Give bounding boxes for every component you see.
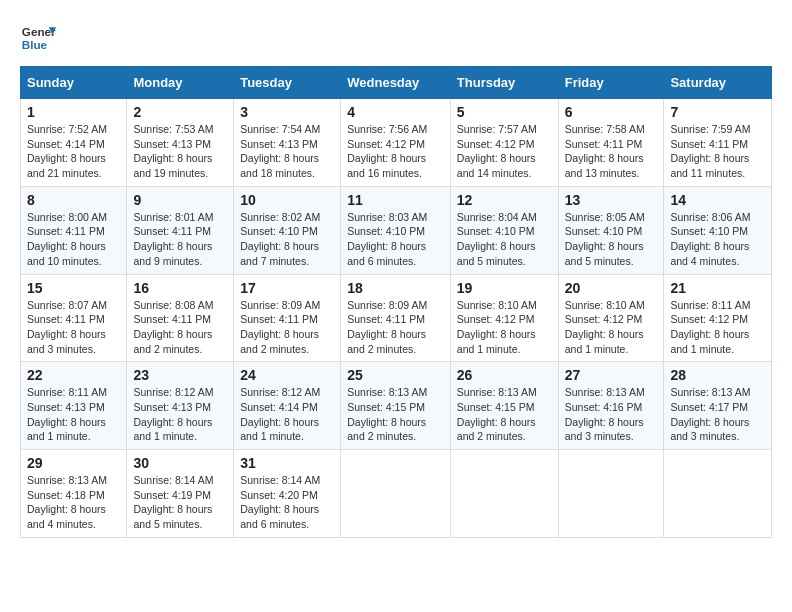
cell-content: Sunrise: 8:14 AMSunset: 4:20 PMDaylight:… [240,474,320,530]
cell-content: Sunrise: 8:13 AMSunset: 4:15 PMDaylight:… [457,386,537,442]
day-number: 2 [133,104,227,120]
cell-content: Sunrise: 7:52 AMSunset: 4:14 PMDaylight:… [27,123,107,179]
cell-content: Sunrise: 8:13 AMSunset: 4:15 PMDaylight:… [347,386,427,442]
day-number: 15 [27,280,120,296]
logo-icon: General Blue [20,20,56,56]
cell-content: Sunrise: 8:13 AMSunset: 4:16 PMDaylight:… [565,386,645,442]
column-header-friday: Friday [558,67,664,99]
cell-content: Sunrise: 8:08 AMSunset: 4:11 PMDaylight:… [133,299,213,355]
column-header-tuesday: Tuesday [234,67,341,99]
calendar-cell: 13 Sunrise: 8:05 AMSunset: 4:10 PMDaylig… [558,186,664,274]
cell-content: Sunrise: 8:01 AMSunset: 4:11 PMDaylight:… [133,211,213,267]
cell-content: Sunrise: 8:04 AMSunset: 4:10 PMDaylight:… [457,211,537,267]
page-header: General Blue [20,20,772,56]
cell-content: Sunrise: 7:57 AMSunset: 4:12 PMDaylight:… [457,123,537,179]
calendar-cell: 11 Sunrise: 8:03 AMSunset: 4:10 PMDaylig… [341,186,451,274]
calendar-cell: 9 Sunrise: 8:01 AMSunset: 4:11 PMDayligh… [127,186,234,274]
logo: General Blue [20,20,56,56]
cell-content: Sunrise: 8:10 AMSunset: 4:12 PMDaylight:… [457,299,537,355]
calendar-cell: 16 Sunrise: 8:08 AMSunset: 4:11 PMDaylig… [127,274,234,362]
day-number: 21 [670,280,765,296]
calendar-cell: 26 Sunrise: 8:13 AMSunset: 4:15 PMDaylig… [450,362,558,450]
calendar-cell: 4 Sunrise: 7:56 AMSunset: 4:12 PMDayligh… [341,99,451,187]
day-number: 24 [240,367,334,383]
day-number: 29 [27,455,120,471]
svg-text:General: General [22,25,56,38]
day-number: 19 [457,280,552,296]
day-number: 6 [565,104,658,120]
calendar-cell: 2 Sunrise: 7:53 AMSunset: 4:13 PMDayligh… [127,99,234,187]
day-number: 26 [457,367,552,383]
cell-content: Sunrise: 8:02 AMSunset: 4:10 PMDaylight:… [240,211,320,267]
column-header-sunday: Sunday [21,67,127,99]
cell-content: Sunrise: 8:09 AMSunset: 4:11 PMDaylight:… [240,299,320,355]
cell-content: Sunrise: 8:10 AMSunset: 4:12 PMDaylight:… [565,299,645,355]
day-number: 8 [27,192,120,208]
day-number: 18 [347,280,444,296]
cell-content: Sunrise: 8:06 AMSunset: 4:10 PMDaylight:… [670,211,750,267]
week-row: 15 Sunrise: 8:07 AMSunset: 4:11 PMDaylig… [21,274,772,362]
calendar-cell: 29 Sunrise: 8:13 AMSunset: 4:18 PMDaylig… [21,450,127,538]
day-number: 16 [133,280,227,296]
column-header-monday: Monday [127,67,234,99]
calendar-cell: 24 Sunrise: 8:12 AMSunset: 4:14 PMDaylig… [234,362,341,450]
calendar-cell: 30 Sunrise: 8:14 AMSunset: 4:19 PMDaylig… [127,450,234,538]
cell-content: Sunrise: 8:07 AMSunset: 4:11 PMDaylight:… [27,299,107,355]
day-number: 25 [347,367,444,383]
calendar-cell: 8 Sunrise: 8:00 AMSunset: 4:11 PMDayligh… [21,186,127,274]
calendar-cell: 1 Sunrise: 7:52 AMSunset: 4:14 PMDayligh… [21,99,127,187]
calendar-cell: 7 Sunrise: 7:59 AMSunset: 4:11 PMDayligh… [664,99,772,187]
cell-content: Sunrise: 8:12 AMSunset: 4:13 PMDaylight:… [133,386,213,442]
day-number: 20 [565,280,658,296]
cell-content: Sunrise: 8:13 AMSunset: 4:17 PMDaylight:… [670,386,750,442]
calendar-cell: 14 Sunrise: 8:06 AMSunset: 4:10 PMDaylig… [664,186,772,274]
day-number: 30 [133,455,227,471]
calendar-cell: 23 Sunrise: 8:12 AMSunset: 4:13 PMDaylig… [127,362,234,450]
day-number: 5 [457,104,552,120]
cell-content: Sunrise: 8:03 AMSunset: 4:10 PMDaylight:… [347,211,427,267]
week-row: 1 Sunrise: 7:52 AMSunset: 4:14 PMDayligh… [21,99,772,187]
cell-content: Sunrise: 8:00 AMSunset: 4:11 PMDaylight:… [27,211,107,267]
calendar-cell [558,450,664,538]
calendar-cell [450,450,558,538]
cell-content: Sunrise: 8:13 AMSunset: 4:18 PMDaylight:… [27,474,107,530]
day-number: 3 [240,104,334,120]
cell-content: Sunrise: 8:11 AMSunset: 4:13 PMDaylight:… [27,386,107,442]
day-number: 7 [670,104,765,120]
day-number: 13 [565,192,658,208]
day-number: 22 [27,367,120,383]
calendar-cell: 18 Sunrise: 8:09 AMSunset: 4:11 PMDaylig… [341,274,451,362]
calendar-cell: 12 Sunrise: 8:04 AMSunset: 4:10 PMDaylig… [450,186,558,274]
calendar-cell: 19 Sunrise: 8:10 AMSunset: 4:12 PMDaylig… [450,274,558,362]
cell-content: Sunrise: 7:59 AMSunset: 4:11 PMDaylight:… [670,123,750,179]
column-header-thursday: Thursday [450,67,558,99]
calendar-cell: 15 Sunrise: 8:07 AMSunset: 4:11 PMDaylig… [21,274,127,362]
cell-content: Sunrise: 8:05 AMSunset: 4:10 PMDaylight:… [565,211,645,267]
calendar-cell: 10 Sunrise: 8:02 AMSunset: 4:10 PMDaylig… [234,186,341,274]
calendar-cell: 28 Sunrise: 8:13 AMSunset: 4:17 PMDaylig… [664,362,772,450]
column-header-saturday: Saturday [664,67,772,99]
day-number: 1 [27,104,120,120]
calendar-cell [664,450,772,538]
calendar-cell: 17 Sunrise: 8:09 AMSunset: 4:11 PMDaylig… [234,274,341,362]
cell-content: Sunrise: 7:54 AMSunset: 4:13 PMDaylight:… [240,123,320,179]
calendar-cell: 21 Sunrise: 8:11 AMSunset: 4:12 PMDaylig… [664,274,772,362]
calendar-table: SundayMondayTuesdayWednesdayThursdayFrid… [20,66,772,538]
day-number: 11 [347,192,444,208]
day-number: 12 [457,192,552,208]
week-row: 8 Sunrise: 8:00 AMSunset: 4:11 PMDayligh… [21,186,772,274]
header-row: SundayMondayTuesdayWednesdayThursdayFrid… [21,67,772,99]
calendar-cell: 22 Sunrise: 8:11 AMSunset: 4:13 PMDaylig… [21,362,127,450]
cell-content: Sunrise: 7:53 AMSunset: 4:13 PMDaylight:… [133,123,213,179]
day-number: 4 [347,104,444,120]
day-number: 28 [670,367,765,383]
calendar-cell: 5 Sunrise: 7:57 AMSunset: 4:12 PMDayligh… [450,99,558,187]
column-header-wednesday: Wednesday [341,67,451,99]
day-number: 31 [240,455,334,471]
calendar-cell: 6 Sunrise: 7:58 AMSunset: 4:11 PMDayligh… [558,99,664,187]
cell-content: Sunrise: 7:58 AMSunset: 4:11 PMDaylight:… [565,123,645,179]
calendar-cell: 3 Sunrise: 7:54 AMSunset: 4:13 PMDayligh… [234,99,341,187]
calendar-cell: 31 Sunrise: 8:14 AMSunset: 4:20 PMDaylig… [234,450,341,538]
week-row: 22 Sunrise: 8:11 AMSunset: 4:13 PMDaylig… [21,362,772,450]
cell-content: Sunrise: 8:11 AMSunset: 4:12 PMDaylight:… [670,299,750,355]
